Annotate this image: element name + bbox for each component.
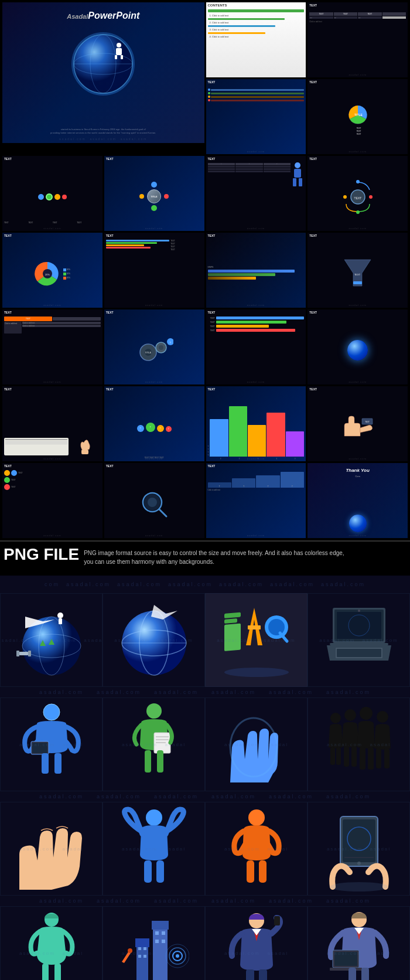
svg-rect-56 bbox=[224, 619, 237, 624]
watermark: asadal.com bbox=[104, 304, 204, 307]
slide-9[interactable]: TEXT 20% 30% 50% 20% asadal.co bbox=[2, 233, 102, 308]
watermark: asadal.com bbox=[104, 457, 204, 460]
png-item-pointer-finger: asadal.com asadal bbox=[0, 802, 102, 896]
svg-point-78 bbox=[146, 703, 162, 719]
slide-20[interactable]: TEXT TEXT asadal.com bbox=[308, 386, 408, 461]
svg-rect-66 bbox=[330, 643, 388, 645]
png-item-person-book: asadal.com asadal bbox=[102, 697, 205, 791]
png-row-3: asadal.com asadal asadal.com asadal bbox=[0, 802, 410, 896]
slide-10[interactable]: TEXT TEXTTEXTTEXTTEXT asad bbox=[104, 233, 204, 308]
watermark: asadal.com bbox=[2, 534, 102, 537]
watermark: asadal.com bbox=[308, 380, 408, 383]
slide-4[interactable]: TEXT TITLE TEXT TEXT TEXT asad bbox=[308, 79, 408, 154]
slide-21[interactable]: TEXT TEXT TEXT TEXT bbox=[2, 463, 102, 538]
slide-8[interactable]: TEXT TEXT asadal.com bbox=[308, 156, 408, 231]
svg-point-30 bbox=[159, 345, 163, 350]
svg-rect-68 bbox=[337, 649, 381, 657]
watermark: asadal.com bbox=[308, 534, 408, 537]
slides-grid: AsadalPowerPoint bbox=[2, 2, 408, 538]
watermark: asadal.com bbox=[206, 304, 306, 307]
svg-rect-126 bbox=[162, 940, 165, 943]
slide-11[interactable]: TEXT STEPS asadal.com bbox=[206, 233, 306, 308]
png-item-person-teal-female: asadal.com asadal bbox=[0, 906, 102, 980]
slide-16[interactable]: TEXT asadal.com bbox=[308, 309, 408, 384]
slide-contents[interactable]: CONTENTS 1. Click to add text 2. Click t… bbox=[206, 2, 306, 77]
svg-rect-121 bbox=[153, 927, 168, 980]
svg-rect-34 bbox=[81, 450, 88, 454]
svg-rect-122 bbox=[152, 921, 169, 930]
svg-point-101 bbox=[248, 809, 265, 826]
slide-label: TEXT bbox=[309, 157, 317, 161]
slide-hero[interactable]: AsadalPowerPoint bbox=[2, 2, 204, 143]
slide-6[interactable]: TEXT TITLE asadal.com bbox=[104, 156, 204, 231]
svg-point-98 bbox=[146, 809, 162, 826]
slide-15[interactable]: TEXT TEXT TEXT TEXT TEXT bbox=[206, 309, 306, 384]
slide-label: TEXT bbox=[106, 311, 114, 314]
slide-18[interactable]: TEXT T T T T TEXT TEXT TEXT TEXT asadal.… bbox=[104, 386, 204, 461]
slide-thankyou[interactable]: Thank You Com asadal.com bbox=[308, 463, 408, 538]
slide-label: TEXT bbox=[309, 4, 317, 7]
slide-17[interactable]: TEXT bbox=[2, 386, 102, 461]
svg-rect-15 bbox=[299, 178, 302, 186]
slide-label: TEXT bbox=[208, 311, 216, 314]
png-item-person-tablet: asadal.com asadal bbox=[0, 697, 102, 791]
svg-rect-84 bbox=[157, 750, 163, 773]
svg-rect-133 bbox=[274, 916, 280, 925]
slide-label: TEXT bbox=[208, 80, 216, 84]
svg-rect-140 bbox=[334, 952, 357, 966]
watermark: asadal.com bbox=[308, 150, 408, 153]
svg-line-39 bbox=[159, 509, 166, 516]
svg-point-108 bbox=[357, 862, 361, 865]
svg-rect-48 bbox=[19, 652, 28, 655]
slide-2[interactable]: TEXT TEXT TEXT TEXT text text text → Cli… bbox=[308, 2, 408, 77]
svg-point-69 bbox=[358, 610, 360, 612]
png-item-businessman-calling: asadal.com asadal bbox=[205, 906, 308, 980]
slide-19[interactable]: TEXT TTTT TTTTT asadal.co bbox=[206, 386, 306, 461]
slide-label: TEXT bbox=[309, 387, 317, 391]
slide-22[interactable]: TEXT asadal.com bbox=[104, 463, 204, 538]
slide-label: TEXT bbox=[208, 387, 216, 391]
svg-rect-111 bbox=[42, 964, 49, 980]
png-row-4: asadal.com asadal bbox=[0, 906, 410, 980]
slide-5[interactable]: TEXT TEXTTEXTTEXTTEXT asadal.com bbox=[2, 156, 102, 231]
slide-14[interactable]: TEXT TITLE T bbox=[104, 309, 204, 384]
slide-7[interactable]: TEXT T T T bbox=[206, 156, 306, 231]
svg-rect-102 bbox=[247, 860, 254, 883]
svg-rect-117 bbox=[138, 947, 141, 950]
watermark: asadal.com bbox=[308, 304, 408, 307]
svg-point-6 bbox=[117, 43, 121, 47]
svg-rect-135 bbox=[259, 969, 267, 980]
slide-label: TEXT bbox=[208, 157, 216, 161]
svg-point-127 bbox=[128, 948, 132, 953]
slide-label: TEXT bbox=[309, 311, 317, 314]
slide-12[interactable]: TEXT TEXT asadal.com bbox=[308, 233, 408, 308]
svg-rect-97 bbox=[384, 748, 390, 768]
svg-point-40 bbox=[148, 498, 157, 507]
svg-rect-91 bbox=[351, 746, 357, 767]
slide-13[interactable]: TEXT TEXT Click to add text Click to add… bbox=[2, 309, 102, 384]
svg-rect-142 bbox=[348, 968, 356, 980]
svg-rect-116 bbox=[135, 938, 149, 947]
watermark: asadal.com bbox=[104, 380, 204, 383]
slide-label: TEXT bbox=[106, 387, 114, 391]
watermark: asadal.com bbox=[206, 227, 306, 230]
watermark-band-1: com asadal.com asadal.com asadal.com asa… bbox=[0, 581, 410, 587]
watermark: asadal.com bbox=[2, 457, 102, 460]
svg-rect-59 bbox=[248, 625, 261, 629]
svg-point-12 bbox=[295, 162, 300, 168]
svg-rect-100 bbox=[156, 860, 164, 883]
svg-rect-87 bbox=[330, 747, 335, 765]
svg-rect-103 bbox=[259, 860, 266, 883]
svg-text:20%: 20% bbox=[45, 273, 50, 276]
png-item-person-orange: asadal.com asadal bbox=[205, 802, 308, 896]
png-file-section: PNG FILE PNG image format source is easy… bbox=[0, 540, 410, 576]
slide-label: TEXT bbox=[106, 234, 114, 237]
thankyou-text: Thank You bbox=[308, 468, 408, 474]
slide-3[interactable]: TEXT bbox=[206, 79, 306, 154]
svg-rect-112 bbox=[54, 964, 61, 980]
watermark: asadal.com bbox=[104, 534, 204, 537]
slide-label: TEXT bbox=[4, 311, 12, 314]
svg-point-19 bbox=[369, 195, 373, 199]
slide-23[interactable]: TEXT T T T T Click to add text asadal.co… bbox=[206, 463, 306, 538]
svg-rect-9 bbox=[121, 55, 123, 59]
